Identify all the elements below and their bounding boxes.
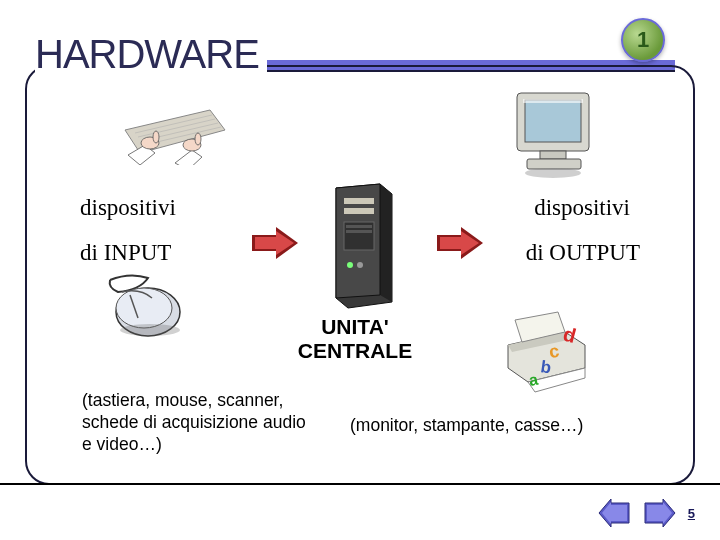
monitor-icon [505,85,605,180]
svg-rect-12 [525,100,581,142]
input-examples: (tastiera, mouse, scanner, schede di acq… [82,390,307,456]
svg-marker-8 [175,150,202,165]
slide-content: d c b a dispositivi di INPUT dispositivi… [40,80,680,470]
input-type-label: di INPUT [80,240,171,266]
page-number: 5 [688,506,695,521]
central-unit-label: UNITA' CENTRALE [275,315,435,363]
svg-marker-18 [380,184,392,302]
svg-point-25 [347,262,353,268]
arrow-right-icon [250,225,300,261]
output-type-label: di OUTPUT [526,240,640,266]
input-devices-label: dispositivi [80,195,176,221]
svg-rect-24 [346,230,372,233]
svg-rect-14 [540,151,566,159]
svg-point-28 [116,288,172,328]
arrow-right-icon [435,225,485,261]
svg-marker-42 [440,231,479,255]
svg-rect-13 [523,99,583,103]
svg-marker-0 [125,110,225,153]
mouse-icon [100,270,195,345]
page-title: HARDWARE [35,32,267,77]
output-examples: (monitor, stampante, casse…) [350,415,583,436]
svg-point-10 [195,133,201,145]
svg-point-26 [357,262,363,268]
prev-button[interactable] [596,498,632,528]
footer-nav: 5 [596,498,695,528]
tower-icon [318,180,408,310]
svg-rect-15 [527,159,581,169]
keyboard-icon [120,95,230,165]
svg-rect-20 [344,198,374,204]
svg-point-7 [153,131,159,143]
output-devices-label: dispositivi [534,195,630,221]
slide-number-badge: 1 [621,18,665,62]
footer-divider [0,483,720,485]
next-button[interactable] [642,498,678,528]
svg-point-30 [120,324,180,336]
svg-rect-21 [344,208,374,214]
svg-point-16 [525,168,581,178]
printer-icon: d c b a [490,310,600,400]
svg-rect-23 [346,225,372,228]
svg-marker-40 [255,231,294,255]
